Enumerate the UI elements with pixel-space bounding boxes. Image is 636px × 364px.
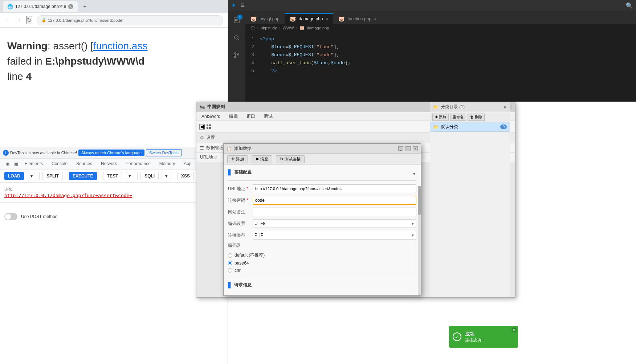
tab-damage-php[interactable]: 🐷 damage.php × (285, 13, 334, 24)
tab-mysql-label: mysql.php (260, 16, 280, 21)
vscode-search-icon[interactable]: 🔍 (626, 2, 633, 9)
line-num-4: 4 (245, 60, 260, 66)
encoder-section: 编码器 default (不推荐) base64 chr (228, 242, 416, 274)
vscode-editor[interactable]: 1 <?php 2 $func=$_REQUEST["func"]; 3 $co… (245, 32, 636, 102)
tab-console[interactable]: Console (47, 159, 72, 169)
toast-close-btn[interactable]: × (511, 327, 517, 332)
tab-mysql-php[interactable]: 🐷 mysql.php (245, 13, 285, 24)
panel-add-btn[interactable]: ✚ 添加 (432, 114, 449, 121)
menu-antsword[interactable]: AntSword (199, 113, 223, 120)
activity-search[interactable] (230, 31, 243, 44)
tab-memory[interactable]: Memory (155, 159, 179, 169)
load-button[interactable]: LOAD (4, 172, 24, 180)
menu-debug[interactable]: 调试 (262, 113, 275, 120)
nav-forward-button[interactable]: → (15, 16, 22, 24)
devtools-toolbar: LOAD ▼ SPLIT EXECUTE TEST ▼ SQLI ▼ XSS ▼ (0, 169, 228, 183)
tab-performance[interactable]: Performance (121, 159, 155, 169)
menu-edit[interactable]: 编辑 (227, 113, 240, 120)
toolbar-grid-icon[interactable] (207, 124, 211, 129)
activity-git[interactable] (230, 49, 243, 62)
toast-text: 成功 连接成功！ (465, 331, 485, 343)
clear-btn[interactable]: ✖ 清空 (252, 155, 272, 163)
dialog-minimize[interactable]: _ (398, 146, 403, 151)
menu-window[interactable]: 窗口 (244, 113, 257, 120)
test-button[interactable]: TEST (103, 172, 122, 180)
breadcrumb-e: E: (251, 26, 255, 30)
radio-default[interactable]: default (不推荐) (228, 252, 416, 258)
connection-type-select[interactable]: PHP ▼ (253, 231, 416, 240)
section-expand-icon[interactable]: ▼ (412, 171, 416, 176)
split-button[interactable]: SPLIT (42, 172, 63, 180)
toolbar-sep-5 (174, 172, 174, 180)
radio-base64-label: base64 (235, 261, 249, 266)
tab-app[interactable]: App (179, 159, 196, 169)
load-dropdown[interactable]: ▼ (27, 172, 36, 180)
warning-path: E:\phpstudy\WWW\d (45, 56, 144, 67)
browser-tab[interactable]: 🌐 127.0.0.1/damage.php?func= × (3, 1, 78, 12)
encoding-form-select[interactable]: UTF8 ▼ (253, 219, 416, 228)
toolbar-left-arrow[interactable]: ◀ (199, 124, 205, 130)
address-lock-icon: 🔒 (41, 18, 46, 23)
tab-elements[interactable]: Elements (20, 159, 47, 169)
dialog-icon: 📋 (227, 146, 232, 151)
basic-config-header: 基础配置 (228, 169, 252, 175)
xss-button[interactable]: XSS (177, 172, 194, 180)
browser-tab-title: 127.0.0.1/damage.php?func= (15, 4, 66, 9)
sqli-button[interactable]: SQLI (140, 172, 159, 180)
dialog-scrollbar[interactable] (418, 186, 421, 295)
tab-network[interactable]: Network (97, 159, 121, 169)
function-link[interactable]: function.ass (93, 40, 147, 52)
add-icon: ✚ (231, 157, 235, 161)
radio-chr[interactable]: chr (228, 268, 416, 273)
tab-function-modified: ● (374, 17, 376, 21)
vscode-menu-icon[interactable]: ☰ (241, 3, 245, 8)
tab-function-php[interactable]: 🐷 function.php ● (333, 13, 381, 24)
match-language-button[interactable]: Always match Chrome's language (78, 150, 144, 156)
connection-type-arrow: ▼ (411, 233, 415, 237)
password-form-label: 连接密码 (228, 197, 250, 204)
panel-delete-btn[interactable]: 🗑 删除 (468, 114, 485, 121)
activity-explorer[interactable]: 1 (230, 14, 243, 27)
panel-delete-label: 删除 (475, 115, 482, 119)
post-toggle[interactable] (4, 213, 17, 220)
sqli-dropdown[interactable]: ▼ (162, 172, 171, 180)
add-btn[interactable]: ✚ 添加 (227, 155, 248, 163)
tab-function-icon: 🐷 (338, 16, 344, 22)
switch-devtools-button[interactable]: Switch DevTools (146, 149, 182, 156)
dialog-close[interactable]: × (413, 146, 418, 151)
antsword-logo: 🐜 (199, 104, 205, 110)
test-connection-btn[interactable]: ↻ 测试连接 (276, 155, 305, 163)
toast-check-icon: ✓ (453, 332, 461, 341)
panel-header-title: 分类目录 (1) (441, 104, 465, 110)
url-section: URL http://127.0.0.1/damage.php?func=ass… (0, 183, 228, 203)
tab-function-label: function.php (347, 16, 371, 21)
nav-back-button[interactable]: ← (4, 16, 11, 24)
settings-label: 设置 (206, 135, 215, 141)
vscode-breadcrumb: E: › phpstudy › WWW › 🐷 damage.php (245, 24, 636, 32)
password-form-input[interactable] (253, 196, 416, 205)
address-bar[interactable]: 🔒 127.0.0.1/damage.php?func=assert&code= (37, 15, 223, 25)
url-form-input[interactable] (253, 184, 416, 193)
tab-sources[interactable]: Sources (72, 159, 97, 169)
category-default[interactable]: 📁 默认分类 0 (430, 122, 510, 132)
dialog-maximize[interactable]: □ (405, 146, 411, 151)
devtools-device-icon[interactable]: ▣ (3, 160, 12, 168)
vscode-titlebar: ✦ ☰ 🔍 (228, 0, 636, 11)
code-content-3: $code=$_REQUEST["code"]; (260, 52, 339, 58)
refresh-button[interactable]: ↻ (26, 16, 32, 24)
test-dropdown[interactable]: ▼ (125, 172, 134, 180)
panel-rename-btn[interactable]: 重命名 (450, 114, 466, 121)
new-tab-button[interactable]: + (81, 2, 89, 11)
devtools-select-icon[interactable]: ▦ (12, 160, 20, 168)
encoding-arrow: ▼ (411, 222, 415, 226)
panel-expand[interactable]: ▶ (504, 105, 507, 109)
execute-button[interactable]: EXECUTE (69, 172, 97, 180)
data-manager-icon: ☰ (200, 146, 204, 151)
request-info-section: 请求信息 (228, 279, 416, 288)
browser-tab-close[interactable]: × (68, 4, 73, 9)
password-form-row: 连接密码 (228, 196, 416, 205)
panel-add-icon: ✚ (435, 115, 438, 119)
radio-base64[interactable]: base64 (228, 261, 416, 266)
note-form-input[interactable] (253, 208, 416, 216)
tab-damage-close[interactable]: × (326, 16, 328, 21)
